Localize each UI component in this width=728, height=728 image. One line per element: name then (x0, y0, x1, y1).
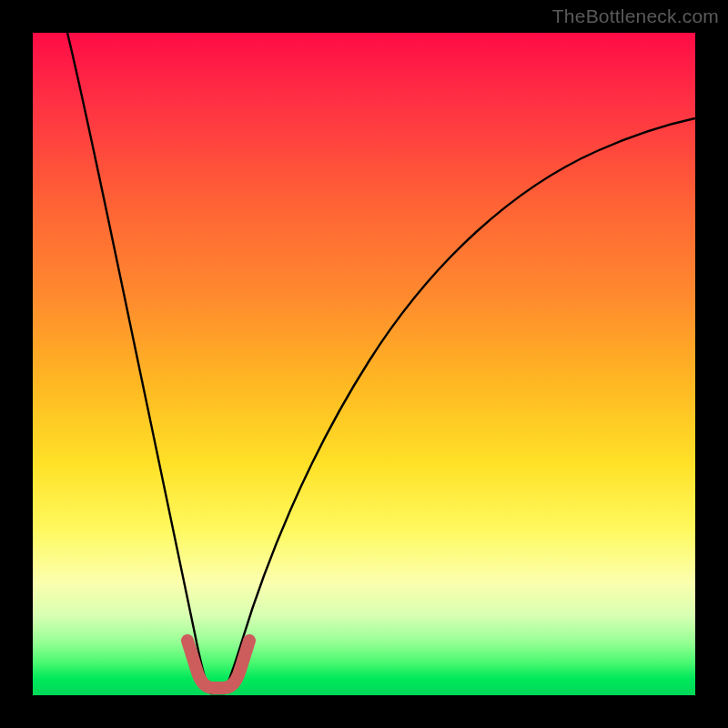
plot-area (33, 33, 695, 695)
chart-svg (33, 33, 695, 695)
watermark-text: TheBottleneck.com (552, 5, 719, 27)
chart-frame: TheBottleneck.com (0, 0, 728, 728)
bottleneck-curve (67, 33, 695, 693)
